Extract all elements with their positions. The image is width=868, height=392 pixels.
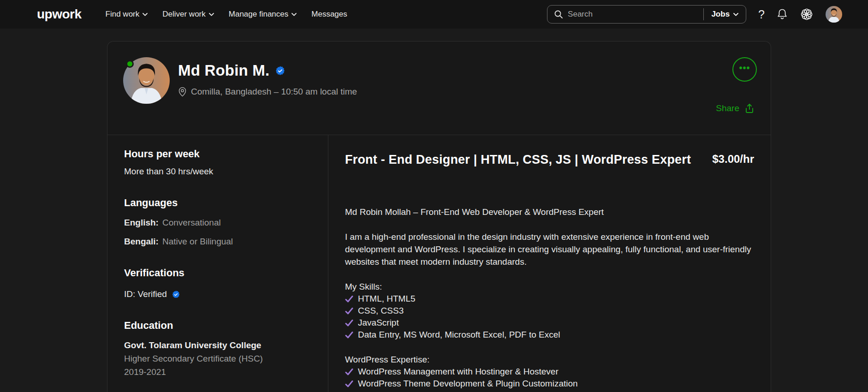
nav-item-label: Messages: [311, 10, 347, 19]
education-school: Govt. Tolaram University College: [124, 340, 311, 350]
language-row: English:Conversational: [124, 218, 311, 228]
education-heading: Education: [124, 320, 311, 332]
skill-label: CSS, CSS3: [358, 305, 404, 317]
check-icon: [345, 295, 353, 303]
nav-utilities: ?: [758, 6, 842, 23]
help-icon[interactable]: ?: [758, 9, 765, 20]
global-search: Jobs: [547, 5, 746, 24]
languages-heading: Languages: [124, 197, 311, 209]
profile-header: Md Robin M. Comilla, Bangladesh – 10:50 …: [107, 42, 771, 135]
upwork-logo[interactable]: upwork: [37, 7, 82, 22]
bell-icon[interactable]: [777, 8, 788, 20]
profile-location: Comilla, Bangladesh – 10:50 am local tim…: [191, 87, 357, 97]
profile-sidebar: Hours per week More than 30 hrs/week Lan…: [107, 135, 328, 392]
expertise-label: WordPress Theme Development & Plugin Cus…: [358, 378, 578, 390]
language-level: Conversational: [162, 218, 221, 227]
skills-list: HTML, HTML5 CSS, CSS3 JavaScript Data En…: [345, 293, 754, 341]
hours-heading: Hours per week: [124, 148, 311, 160]
expertise-item: WordPress Theme Development & Plugin Cus…: [345, 378, 754, 390]
nav-item-label: Manage finances: [229, 10, 288, 19]
nav-menu: Find work Deliver work Manage finances M…: [98, 10, 355, 19]
share-button[interactable]: Share: [716, 103, 755, 114]
education-years: 2019-2021: [124, 367, 311, 377]
profile-title: Front - End Designer | HTML, CSS, JS | W…: [345, 153, 691, 167]
search-scope-dropdown[interactable]: Jobs: [703, 8, 746, 20]
skill-item: JavaScript: [345, 317, 754, 329]
verifications-heading: Verifications: [124, 267, 311, 279]
language-name: Bengali:: [124, 237, 159, 246]
nav-user-avatar[interactable]: [826, 6, 842, 23]
nav-item-find-work[interactable]: Find work: [98, 10, 155, 19]
profile-name: Md Robin M.: [178, 62, 269, 79]
hourly-rate: $3.00/hr: [712, 153, 754, 166]
nav-item-manage-finances[interactable]: Manage finances: [221, 10, 304, 19]
nav-item-label: Find work: [106, 10, 140, 19]
education-degree: Higher Secondary Certificate (HSC): [124, 354, 311, 364]
nav-item-messages[interactable]: Messages: [304, 10, 354, 19]
language-row: Bengali:Native or Bilingual: [124, 237, 311, 247]
id-verified-row: ID: Verified: [124, 289, 311, 299]
check-icon: [345, 307, 353, 315]
skill-item: HTML, HTML5: [345, 293, 754, 305]
nav-item-deliver-work[interactable]: Deliver work: [155, 10, 221, 19]
search-icon: [554, 10, 563, 19]
skill-label: Data Entry, MS Word, Microsoft Excel, PD…: [358, 329, 560, 341]
search-input[interactable]: [563, 6, 703, 23]
check-icon: [345, 380, 353, 387]
hours-value: More than 30 hrs/week: [124, 166, 311, 177]
location-pin-icon: [178, 87, 187, 97]
nav-item-label: Deliver work: [162, 10, 206, 19]
share-label: Share: [716, 103, 739, 113]
check-icon: [345, 368, 353, 375]
expertise-item: WordPress Management with Hostinger & Ho…: [345, 366, 754, 378]
language-name: English:: [124, 218, 159, 227]
chevron-down-icon: [733, 13, 738, 16]
chevron-down-icon: [143, 13, 148, 16]
profile-description: Md Robin Mollah – Front-End Web Develope…: [345, 206, 754, 392]
search-scope-label: Jobs: [711, 10, 730, 19]
profile-avatar: [123, 57, 170, 104]
skills-heading: My Skills:: [345, 280, 754, 293]
language-level: Native or Bilingual: [162, 237, 233, 246]
verified-badge-icon: [275, 65, 285, 76]
chevron-down-icon: [291, 13, 297, 16]
wordpress-expertise-list: WordPress Management with Hostinger & Ho…: [345, 366, 754, 392]
description-intro: Md Robin Mollah – Front-End Web Develope…: [345, 206, 754, 218]
skill-label: HTML, HTML5: [358, 293, 416, 305]
online-status-dot: [126, 60, 134, 68]
expertise-item: WordPress Custom Website Design & Manage…: [345, 390, 754, 392]
skill-item: Data Entry, MS Word, Microsoft Excel, PD…: [345, 329, 754, 341]
chevron-down-icon: [209, 13, 214, 16]
share-icon: [744, 103, 755, 114]
description-about: I am a high-end professional in the desi…: [345, 231, 754, 268]
skill-item: CSS, CSS3: [345, 305, 754, 317]
verified-badge-icon: [172, 290, 180, 299]
profile-main: Front - End Designer | HTML, CSS, JS | W…: [328, 135, 771, 392]
profile-card: Md Robin M. Comilla, Bangladesh – 10:50 …: [107, 41, 771, 392]
id-verified-label: ID: Verified: [124, 289, 167, 299]
check-icon: [345, 331, 353, 339]
more-options-button[interactable]: •••: [732, 57, 757, 82]
skill-label: JavaScript: [358, 317, 399, 329]
top-nav: upwork Find work Deliver work Manage fin…: [0, 0, 868, 29]
expertise-label: WordPress Custom Website Design & Manage…: [358, 390, 559, 392]
apps-rosette-icon[interactable]: [800, 7, 814, 21]
wordpress-expertise-heading: WordPress Expertise:: [345, 353, 754, 366]
expertise-label: WordPress Management with Hostinger & Ho…: [358, 366, 559, 378]
check-icon: [345, 319, 353, 327]
